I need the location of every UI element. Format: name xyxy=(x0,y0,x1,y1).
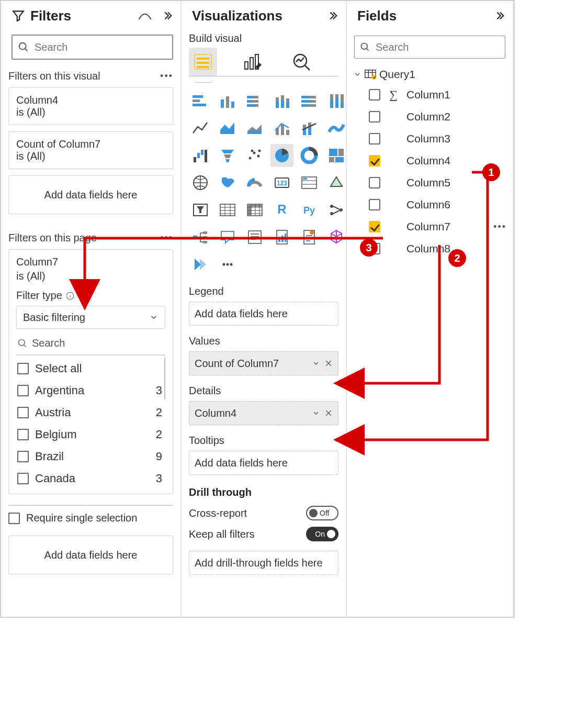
checkbox[interactable] xyxy=(369,199,380,210)
checkbox[interactable] xyxy=(369,221,380,232)
viz-narr-icon[interactable] xyxy=(243,226,266,249)
viz-gauge-icon[interactable] xyxy=(243,171,266,194)
viz-py-icon[interactable]: Py xyxy=(298,198,321,221)
checkbox[interactable] xyxy=(17,385,29,396)
field-column7[interactable]: ∑Column7••• xyxy=(351,216,508,238)
filter-type-select[interactable]: Basic filtering xyxy=(16,306,165,329)
viz-area-icon[interactable] xyxy=(216,117,239,140)
viz-combo1-icon[interactable] xyxy=(270,117,293,140)
filter-card-column4[interactable]: Column4 is (All) xyxy=(8,87,173,125)
viz-v-stack-icon[interactable] xyxy=(270,90,293,113)
bucket-values-chip[interactable]: Count of Column7 xyxy=(189,351,338,375)
checkbox[interactable] xyxy=(369,155,380,166)
checkbox[interactable] xyxy=(369,111,380,123)
viz-qa-icon[interactable] xyxy=(216,226,239,249)
filter-option[interactable]: Canada3 xyxy=(16,468,165,490)
keep-filters-toggle[interactable]: On xyxy=(306,527,338,541)
field-column2[interactable]: ∑Column2 xyxy=(351,106,508,128)
checkbox[interactable] xyxy=(17,429,29,440)
viz-donut-icon[interactable] xyxy=(298,144,321,167)
viz-key-inf-icon[interactable] xyxy=(325,198,347,221)
checkbox[interactable] xyxy=(369,243,380,254)
more-icon[interactable]: ••• xyxy=(160,71,173,82)
field-column1[interactable]: ∑Column1 xyxy=(351,84,508,106)
bucket-legend-drop[interactable]: Add data fields here xyxy=(189,302,338,326)
checkbox[interactable] xyxy=(17,407,29,418)
viz-v-100-icon[interactable] xyxy=(325,90,347,113)
require-single-selection[interactable]: Require single selection xyxy=(8,505,173,526)
viz-kpi-icon[interactable] xyxy=(325,171,347,194)
viz-line-icon[interactable] xyxy=(189,117,212,140)
collapse-icon[interactable] xyxy=(162,10,173,21)
viz-combo2-icon[interactable] xyxy=(298,117,321,140)
viz-scatter-icon[interactable] xyxy=(243,144,266,167)
collapse-icon[interactable] xyxy=(327,10,338,21)
eye-icon[interactable] xyxy=(138,10,152,21)
chevron-down-icon[interactable] xyxy=(312,359,320,368)
viz-waterfall-icon[interactable] xyxy=(189,144,212,167)
filter-card-count-column7[interactable]: Count of Column7 is (All) xyxy=(8,131,173,169)
more-icon[interactable]: ••• xyxy=(160,232,173,243)
filters-search-input[interactable] xyxy=(33,41,168,54)
viz-filled-map-icon[interactable] xyxy=(216,171,239,194)
viz-decomp-icon[interactable] xyxy=(189,226,212,249)
filter-card-column7[interactable]: Column7 is (All) Filter type Basic filte… xyxy=(8,249,173,494)
viz-v-bar-icon[interactable] xyxy=(216,90,239,113)
filter-option[interactable]: Denmark2 xyxy=(16,490,165,494)
filter-option[interactable]: Argentina3 xyxy=(16,380,165,402)
collapse-icon[interactable] xyxy=(494,10,505,21)
viz-apps-icon[interactable] xyxy=(325,226,347,249)
checkbox[interactable] xyxy=(369,133,380,145)
field-column3[interactable]: ∑Column3 xyxy=(351,128,508,150)
filter-option[interactable]: Austria2 xyxy=(16,402,165,424)
field-column5[interactable]: ∑Column5 xyxy=(351,172,508,194)
filters-visual-drop[interactable]: Add data fields here xyxy=(8,175,173,214)
tab-build[interactable] xyxy=(189,48,217,76)
chevron-down-icon[interactable] xyxy=(312,409,320,417)
filters-page-drop[interactable]: Add data fields here xyxy=(8,536,173,574)
field-column4[interactable]: ∑Column4 xyxy=(351,150,508,172)
viz-smart-icon[interactable] xyxy=(298,226,321,249)
viz-pa-icon[interactable] xyxy=(189,253,212,276)
checkbox[interactable] xyxy=(369,89,380,101)
viz-card-icon[interactable]: 123 xyxy=(270,171,293,194)
filter-option[interactable]: Belgium2 xyxy=(16,424,165,446)
checkbox[interactable] xyxy=(369,177,380,188)
bucket-tooltips-drop[interactable]: Add data fields here xyxy=(189,451,338,475)
viz-treemap-icon[interactable] xyxy=(325,144,347,167)
filter-values-list[interactable]: Select allArgentina3Austria2Belgium2Braz… xyxy=(16,358,165,494)
viz-table-icon[interactable] xyxy=(216,198,239,221)
filter-option[interactable]: Brazil9 xyxy=(16,446,165,468)
viz-funnel-icon[interactable] xyxy=(216,144,239,167)
checkbox[interactable] xyxy=(17,473,29,484)
viz-h-100-icon[interactable] xyxy=(298,90,321,113)
fields-search[interactable] xyxy=(354,36,505,59)
close-icon[interactable] xyxy=(324,359,333,368)
viz-map-icon[interactable] xyxy=(189,171,212,194)
viz-pie-icon[interactable] xyxy=(270,144,293,167)
close-icon[interactable] xyxy=(324,409,333,417)
table-node[interactable]: Query1 xyxy=(351,66,508,84)
filter-option[interactable]: Select all xyxy=(16,358,165,380)
viz-h-stack-icon[interactable] xyxy=(243,90,266,113)
viz-area-stk-icon[interactable] xyxy=(243,117,266,140)
field-column6[interactable]: ∑Column6 xyxy=(351,194,508,216)
viz-slicer-icon[interactable] xyxy=(189,198,212,221)
tab-format[interactable] xyxy=(238,48,266,76)
cross-report-toggle[interactable]: Off xyxy=(306,506,338,520)
filters-search[interactable] xyxy=(12,35,173,60)
viz-pag-icon[interactable] xyxy=(270,226,293,249)
viz-ribbon-icon[interactable] xyxy=(325,117,347,140)
fields-search-input[interactable] xyxy=(375,41,509,54)
more-icon[interactable]: ••• xyxy=(493,221,506,232)
filter-values-search[interactable]: Search xyxy=(16,332,165,356)
info-icon[interactable] xyxy=(65,291,75,301)
tab-analytics[interactable] xyxy=(287,48,315,76)
checkbox[interactable] xyxy=(8,513,20,524)
viz-matrix-icon[interactable] xyxy=(243,198,266,221)
viz-h-bar-icon[interactable] xyxy=(189,90,212,113)
field-column8[interactable]: ∑Column8 xyxy=(351,238,508,260)
checkbox[interactable] xyxy=(17,451,29,462)
viz-r-icon[interactable]: R xyxy=(270,198,293,221)
bucket-details-chip[interactable]: Column4 xyxy=(189,401,338,425)
